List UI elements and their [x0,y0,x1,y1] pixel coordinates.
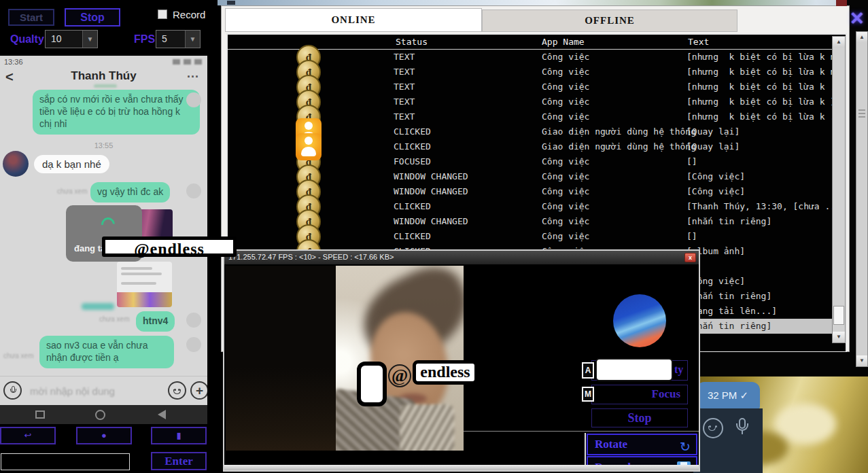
scrollbar-grip [858,109,865,111]
send-home-button[interactable]: ● [76,427,132,444]
camera-window-titlebar[interactable]: 171.255.72.47 FPS : <10> - SPEED : <17.6… [224,251,699,264]
chat-bubble-sent: htnv4 [136,311,175,332]
post-text-line [121,267,152,270]
camera-window-body: @ endless A ty Focus M Stop Rotate ↻ Rec… [224,264,699,465]
attach-plus-icon[interactable]: + [190,381,207,400]
shared-post-thumbnail[interactable] [117,262,172,307]
message-status: chưa xem [99,315,130,323]
message-input-bar[interactable]: mời nhập nội dung + [0,376,207,405]
table-row[interactable]: đCLICKEDCông việc[] [228,229,846,244]
focus-button[interactable]: Focus [591,385,688,404]
c-text: [] [687,231,697,241]
emoji-icon[interactable] [168,381,186,400]
chat-bubble-sent: vg vậy thì đc ak [90,182,170,203]
rotate-button[interactable]: Rotate ↻ [587,434,697,455]
mic-glyph [742,431,743,434]
c-status: WINDOW CHANGED [394,171,468,181]
smiley-mouth [708,426,716,431]
home-icon[interactable] [95,410,105,420]
table-row[interactable]: đCLICKEDCông việc[Thanh Thúy, 13:30, [ch… [228,199,846,214]
post-text-line [121,282,156,285]
loading-spinner-icon [99,215,118,234]
table-row[interactable]: đWINDOW CHANGEDCông việc[nhắn tin riêng] [228,214,846,229]
close-icon[interactable]: ✕ [850,8,865,29]
phone-status-icon [184,59,191,65]
redaction-box [357,362,387,406]
phone-screen-mirror[interactable]: 13:36 < Thanh Thúy ... sắp có nv mới rồi… [0,56,207,405]
c-text: [nhưng k biệt có bị lừa k ... [687,111,846,122]
fps-dropdown[interactable]: 5 ▼ [156,30,201,48]
c-app: Công việc [542,82,589,92]
stop-stream-button[interactable]: Stop [591,408,688,427]
c-status: FOCUSED [394,156,431,167]
tab-online[interactable]: ONLINE [225,8,482,32]
table-scrollbar[interactable]: ▲ ▼ [832,36,846,343]
connection-status: Connected - Front Camera [228,463,346,465]
quality-dropdown[interactable]: 10 ▼ [45,30,98,48]
c-text: [nhưng k biệt có bị lừa k n] [687,52,841,62]
watermark-handle: @endless [102,236,237,257]
back-icon[interactable] [158,410,166,419]
c-app: Công việc [542,201,589,211]
c-app: Công việc [542,111,589,122]
scrollbar-grip [858,116,865,118]
avatar [186,337,201,352]
emoji-icon[interactable] [703,418,723,438]
microphone-icon[interactable] [3,381,22,400]
tab-offline[interactable]: OFFLINE [482,10,737,32]
table-row[interactable]: đTEXTCông việc[nhưng k biệt có bị lừa k … [228,80,846,94]
c-app: Công việc [542,52,589,62]
quality-label-fragment: ty [674,364,683,376]
panel-divider [464,431,699,432]
background-scrollbar[interactable]: ▲ ▼ [856,31,868,367]
scroll-up-icon[interactable]: ▲ [856,32,867,43]
chevron-down-icon[interactable]: ▼ [185,31,200,48]
person-collar [400,404,454,451]
taskbar-icon [227,1,235,5]
scroll-down-icon[interactable]: ▼ [856,355,867,366]
start-button[interactable]: Start [8,9,54,26]
chat-bubble-received: dạ k bạn nhé [34,155,109,173]
text-send-input[interactable] [1,453,130,470]
sent-check-icon: ✓ [740,389,748,401]
c-app: Giao diện người dùng hệ thống [542,126,696,137]
avatar [3,151,29,177]
c-status: CLICKED [394,141,431,152]
record-checkbox[interactable] [158,10,167,19]
c-text: [Công việc] [687,186,745,196]
scrollbar-thumb[interactable] [833,306,844,325]
c-status: CLICKED [394,126,431,137]
enter-button[interactable]: Enter [151,452,207,470]
close-button[interactable]: x [684,253,696,262]
avatar [186,183,201,198]
c-status: WINDOW CHANGED [394,186,468,196]
table-row[interactable]: đTEXTCông việc[nhưng k biệt có bị lừa k … [228,94,846,109]
chevron-down-icon[interactable]: ▼ [82,31,97,48]
send-recents-button[interactable]: ▮ [151,427,207,444]
table-row[interactable]: đTEXTCông việc[nhưng k biệt có bị lừa k … [228,50,846,65]
more-options-icon[interactable]: ... [187,67,199,81]
table-row[interactable]: đWINDOW CHANGEDCông việc[Công việc] [228,184,846,199]
chat-bubble-sent: sao nv3 cua e vẫn chưa nhận được tiền ạ [39,336,174,368]
uploading-label: đang tả [74,243,105,253]
column-header-status: Status [396,37,428,47]
table-row[interactable]: CLICKEDGiao diện người dùng hệ thống[Qua… [228,139,846,154]
c-app: Công việc [542,97,589,107]
scroll-down-icon[interactable]: ▼ [833,332,845,343]
c-app: Giao diện người dùng hệ thống [542,141,696,152]
c-status: WINDOW CHANGED [394,216,468,226]
record-button[interactable]: Record [587,456,697,465]
system-ui-person-icon [296,133,322,160]
phone-status-time: 13:36 [4,58,23,66]
voice-message-icon[interactable] [734,418,750,441]
quality-value: 10 [51,33,62,44]
recents-icon[interactable] [35,410,45,419]
planet-logo-icon [613,294,666,347]
stop-button[interactable]: Stop [65,8,120,27]
send-back-button[interactable]: ↩ [0,427,56,444]
message-input-placeholder[interactable]: mời nhập nội dung [30,385,115,397]
table-row[interactable]: đWINDOW CHANGEDCông việc[Công việc] [228,169,846,184]
c-app: Công việc [542,67,589,77]
table-row[interactable]: đTEXTCông việc[nhưng k biệt có bị lừa k … [228,65,846,80]
scroll-up-icon[interactable]: ▲ [833,37,845,48]
